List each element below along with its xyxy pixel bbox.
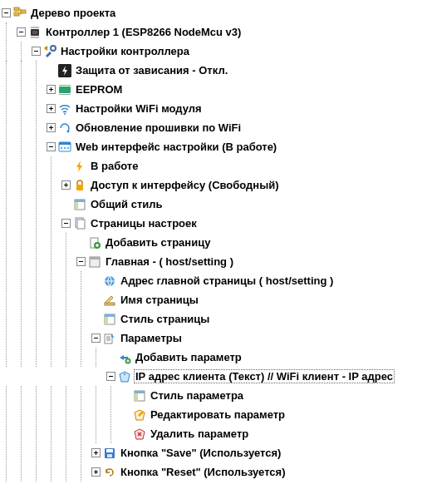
toggle-icon[interactable] bbox=[106, 372, 115, 381]
power-icon bbox=[58, 64, 71, 77]
common-style-node[interactable]: Общий стиль bbox=[2, 195, 432, 214]
chip-icon bbox=[28, 26, 42, 39]
svg-point-12 bbox=[64, 147, 66, 149]
main-page-label: Главная - ( host/setting ) bbox=[105, 255, 234, 268]
web-icon bbox=[58, 141, 71, 154]
svg-rect-23 bbox=[90, 257, 100, 259]
settings-node[interactable]: Настройки контроллера bbox=[2, 42, 432, 61]
pages-node[interactable]: Страницы настроек bbox=[2, 214, 432, 233]
reset-icon bbox=[103, 466, 116, 479]
tag-icon bbox=[118, 370, 131, 383]
svg-rect-37 bbox=[107, 454, 112, 457]
svg-rect-2 bbox=[21, 10, 26, 13]
style-icon bbox=[73, 198, 86, 211]
toggle-icon[interactable] bbox=[61, 180, 71, 190]
params-node[interactable]: Параметры bbox=[2, 329, 432, 348]
in-work-node[interactable]: В работе bbox=[2, 156, 432, 175]
svg-rect-14 bbox=[76, 185, 83, 190]
main-page-node[interactable]: Главная - ( host/setting ) bbox=[2, 252, 432, 271]
no-toggle bbox=[121, 391, 130, 400]
svg-point-8 bbox=[64, 113, 66, 115]
ip-param-label: IP адрес клиента (Текст) // WiFi клиент … bbox=[135, 370, 394, 383]
svg-rect-36 bbox=[106, 449, 113, 452]
hang-protect-node[interactable]: Защита от зависания - Откл. bbox=[2, 61, 432, 80]
tree-root-label: Дерево проекта bbox=[30, 7, 116, 19]
param-style-label: Стиль параметра bbox=[150, 389, 244, 402]
hang-protect-label: Защита от зависания - Откл. bbox=[75, 64, 228, 77]
param-delete-label: Удалить параметр bbox=[150, 427, 249, 440]
svg-rect-1 bbox=[14, 12, 19, 16]
svg-rect-0 bbox=[14, 7, 19, 11]
page-address-label: Адрес главной страницы ( host/setting ) bbox=[120, 274, 334, 287]
svg-rect-34 bbox=[135, 393, 138, 401]
add-page-label: Добавить страницу bbox=[105, 236, 211, 249]
style-icon bbox=[133, 389, 146, 403]
no-toggle bbox=[61, 161, 71, 170]
svg-rect-4 bbox=[32, 31, 37, 34]
toggle-icon[interactable] bbox=[47, 104, 56, 113]
reset-button-label: Кнопка "Reset" (Используется) bbox=[120, 466, 287, 478]
save-icon bbox=[103, 447, 116, 460]
no-toggle bbox=[121, 429, 130, 438]
pages-icon bbox=[73, 217, 86, 230]
eeprom-icon bbox=[58, 83, 71, 96]
controller-label: Контроллер 1 (ESP8266 NodeMcu v3) bbox=[45, 26, 242, 38]
svg-rect-10 bbox=[59, 142, 71, 145]
svg-rect-27 bbox=[105, 314, 115, 317]
toggle-icon[interactable] bbox=[47, 123, 56, 132]
no-toggle bbox=[91, 314, 101, 324]
svg-rect-19 bbox=[77, 220, 85, 229]
no-toggle bbox=[91, 295, 101, 304]
project-tree[interactable]: Дерево проекта Контроллер 1 (ESP8266 Nod… bbox=[0, 0, 432, 485]
wifi-module-label: Настройки WiFi модуля bbox=[75, 102, 203, 115]
svg-point-5 bbox=[51, 46, 56, 51]
toggle-icon[interactable] bbox=[61, 219, 71, 228]
params-icon bbox=[103, 332, 116, 345]
web-interface-node[interactable]: Web интерфейс настройки (В работе) bbox=[2, 137, 432, 156]
toggle-icon[interactable] bbox=[76, 257, 86, 266]
lock-icon bbox=[73, 179, 86, 192]
no-toggle bbox=[121, 410, 130, 419]
toggle-icon[interactable] bbox=[91, 448, 101, 457]
toggle-icon[interactable] bbox=[17, 27, 26, 37]
tree-root[interactable]: Дерево проекта bbox=[2, 3, 432, 22]
globe-icon bbox=[103, 274, 116, 288]
in-work-label: В работе bbox=[90, 160, 139, 172]
toggle-icon[interactable] bbox=[32, 47, 41, 56]
toggle-icon[interactable] bbox=[2, 8, 11, 17]
svg-rect-16 bbox=[75, 200, 85, 202]
svg-rect-17 bbox=[75, 202, 78, 210]
param-edit-label: Редактировать параметр bbox=[150, 408, 286, 421]
fw-update-node[interactable]: Обновление прошивки по WiFi bbox=[2, 118, 432, 137]
page-icon bbox=[88, 255, 101, 269]
delete-param-icon bbox=[133, 427, 146, 441]
svg-rect-28 bbox=[105, 317, 108, 324]
no-toggle bbox=[106, 353, 115, 362]
eeprom-node[interactable]: EEPROM bbox=[2, 80, 432, 99]
controller-node[interactable]: Контроллер 1 (ESP8266 NodeMcu v3) bbox=[2, 22, 432, 42]
common-style-label: Общий стиль bbox=[90, 198, 164, 210]
no-toggle bbox=[76, 238, 86, 247]
toggle-icon[interactable] bbox=[47, 142, 56, 151]
bolt-icon bbox=[73, 160, 86, 173]
ip-param-node[interactable]: IP адрес клиента (Текст) // WiFi клиент … bbox=[2, 367, 432, 386]
params-label: Параметры bbox=[120, 332, 183, 344]
no-toggle bbox=[47, 66, 56, 75]
toggle-icon[interactable] bbox=[47, 85, 56, 94]
toggle-icon[interactable] bbox=[91, 334, 101, 343]
add-param-label: Добавить параметр bbox=[135, 351, 243, 363]
page-name-label: Имя страницы bbox=[120, 294, 199, 306]
settings-label: Настройки контроллера bbox=[60, 45, 190, 57]
svg-point-13 bbox=[67, 147, 69, 149]
add-param-icon bbox=[118, 351, 131, 364]
no-toggle bbox=[61, 200, 71, 209]
style-icon bbox=[103, 313, 116, 326]
no-toggle bbox=[91, 276, 101, 285]
tools-icon bbox=[43, 45, 56, 58]
wifi-module-node[interactable]: Настройки WiFi модуля bbox=[2, 99, 432, 118]
access-node[interactable]: Доступ к интерфейсу (Свободный) bbox=[2, 175, 432, 195]
svg-rect-7 bbox=[59, 86, 71, 93]
pages-label: Страницы настроек bbox=[90, 217, 198, 230]
add-page-icon bbox=[88, 236, 101, 250]
toggle-icon[interactable] bbox=[91, 467, 101, 477]
